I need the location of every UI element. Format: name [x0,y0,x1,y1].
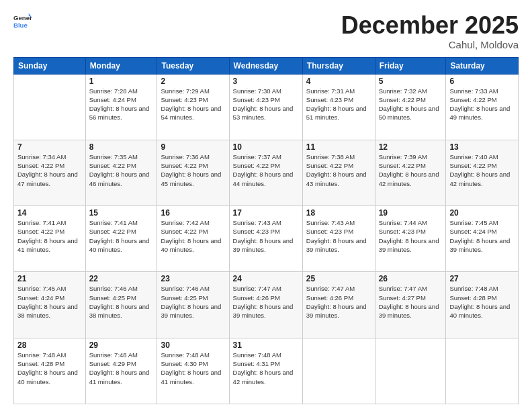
calendar-table: Sunday Monday Tuesday Wednesday Thursday… [13,57,519,404]
calendar-cell [446,338,519,404]
cell-detail: Sunrise: 7:28 AMSunset: 4:24 PMDaylight:… [89,87,154,122]
cell-detail: Sunrise: 7:40 AMSunset: 4:22 PMDaylight:… [449,152,515,188]
cell-detail: Sunrise: 7:48 AMSunset: 4:28 PMDaylight:… [449,284,515,320]
cell-detail: Sunrise: 7:47 AMSunset: 4:26 PMDaylight:… [306,284,371,320]
day-number: 2 [161,77,225,86]
day-number: 25 [306,274,371,283]
calendar-cell: 29Sunrise: 7:48 AMSunset: 4:29 PMDayligh… [85,338,157,404]
calendar-cell: 1Sunrise: 7:28 AMSunset: 4:24 PMDaylight… [85,74,157,140]
day-number: 4 [306,77,371,86]
cell-detail: Sunrise: 7:29 AMSunset: 4:23 PMDaylight:… [161,87,225,122]
cell-detail: Sunrise: 7:41 AMSunset: 4:22 PMDaylight:… [89,218,154,254]
logo: General Blue [13,12,32,31]
svg-text:Blue: Blue [13,21,28,29]
week-row-0: 1Sunrise: 7:28 AMSunset: 4:24 PMDaylight… [14,74,519,140]
day-number: 28 [17,340,82,350]
header-row: Sunday Monday Tuesday Wednesday Thursday… [14,57,519,74]
cell-detail: Sunrise: 7:38 AMSunset: 4:22 PMDaylight:… [306,152,371,188]
calendar-cell: 3Sunrise: 7:30 AMSunset: 4:23 PMDaylight… [229,74,302,140]
col-wednesday: Wednesday [229,57,302,74]
cell-detail: Sunrise: 7:46 AMSunset: 4:25 PMDaylight:… [89,284,154,320]
week-row-1: 7Sunrise: 7:34 AMSunset: 4:22 PMDaylight… [14,140,519,205]
calendar-cell: 19Sunrise: 7:44 AMSunset: 4:23 PMDayligh… [375,206,446,272]
cell-detail: Sunrise: 7:36 AMSunset: 4:22 PMDaylight:… [161,152,225,188]
col-monday: Monday [85,57,157,74]
day-number: 6 [449,77,515,86]
cell-detail: Sunrise: 7:43 AMSunset: 4:23 PMDaylight:… [233,218,299,254]
day-number: 3 [233,77,299,86]
day-number: 7 [17,142,82,152]
day-number: 8 [89,142,154,152]
cell-detail: Sunrise: 7:47 AMSunset: 4:26 PMDaylight:… [233,284,299,320]
day-number: 31 [233,340,299,350]
day-number: 14 [17,208,82,218]
calendar-cell: 27Sunrise: 7:48 AMSunset: 4:28 PMDayligh… [446,272,519,338]
day-number: 22 [89,274,154,283]
calendar-cell: 9Sunrise: 7:36 AMSunset: 4:22 PMDaylight… [157,140,229,205]
cell-detail: Sunrise: 7:30 AMSunset: 4:23 PMDaylight:… [233,87,299,122]
calendar-cell: 17Sunrise: 7:43 AMSunset: 4:23 PMDayligh… [229,206,302,272]
calendar-cell: 16Sunrise: 7:42 AMSunset: 4:22 PMDayligh… [157,206,229,272]
day-number: 30 [161,340,225,350]
col-thursday: Thursday [302,57,375,74]
day-number: 27 [449,274,515,283]
day-number: 13 [449,142,515,152]
day-number: 12 [379,142,443,152]
calendar-cell: 22Sunrise: 7:46 AMSunset: 4:25 PMDayligh… [85,272,157,338]
calendar-cell: 31Sunrise: 7:48 AMSunset: 4:31 PMDayligh… [229,338,302,404]
day-number: 15 [89,208,154,218]
day-number: 19 [379,208,443,218]
page: General Blue December 2025 Cahul, Moldov… [0,0,532,411]
calendar-cell: 13Sunrise: 7:40 AMSunset: 4:22 PMDayligh… [446,140,519,205]
cell-detail: Sunrise: 7:42 AMSunset: 4:22 PMDaylight:… [161,218,225,254]
cell-detail: Sunrise: 7:47 AMSunset: 4:27 PMDaylight:… [379,284,443,320]
day-number: 11 [306,142,371,152]
day-number: 18 [306,208,371,218]
day-number: 1 [89,77,154,86]
cell-detail: Sunrise: 7:48 AMSunset: 4:29 PMDaylight:… [89,351,154,386]
col-saturday: Saturday [446,57,519,74]
day-number: 5 [379,77,443,86]
calendar-cell: 28Sunrise: 7:48 AMSunset: 4:28 PMDayligh… [14,338,86,404]
cell-detail: Sunrise: 7:37 AMSunset: 4:22 PMDaylight:… [233,152,299,188]
cell-detail: Sunrise: 7:33 AMSunset: 4:22 PMDaylight:… [449,87,515,122]
title-block: December 2025 Cahul, Moldova [341,12,519,50]
cell-detail: Sunrise: 7:32 AMSunset: 4:22 PMDaylight:… [379,87,443,122]
week-row-4: 28Sunrise: 7:48 AMSunset: 4:28 PMDayligh… [14,338,519,404]
calendar-cell: 18Sunrise: 7:43 AMSunset: 4:23 PMDayligh… [302,206,375,272]
calendar-cell: 20Sunrise: 7:45 AMSunset: 4:24 PMDayligh… [446,206,519,272]
day-number: 16 [161,208,225,218]
week-row-2: 14Sunrise: 7:41 AMSunset: 4:22 PMDayligh… [14,206,519,272]
cell-detail: Sunrise: 7:31 AMSunset: 4:23 PMDaylight:… [306,87,371,122]
cell-detail: Sunrise: 7:48 AMSunset: 4:28 PMDaylight:… [17,351,82,386]
calendar-cell: 11Sunrise: 7:38 AMSunset: 4:22 PMDayligh… [302,140,375,205]
cell-detail: Sunrise: 7:34 AMSunset: 4:22 PMDaylight:… [17,152,82,188]
cell-detail: Sunrise: 7:44 AMSunset: 4:23 PMDaylight:… [379,218,443,254]
cell-detail: Sunrise: 7:48 AMSunset: 4:31 PMDaylight:… [233,351,299,386]
cell-detail: Sunrise: 7:45 AMSunset: 4:24 PMDaylight:… [449,218,515,254]
cell-detail: Sunrise: 7:41 AMSunset: 4:22 PMDaylight:… [17,218,82,254]
day-number: 21 [17,274,82,283]
calendar-cell: 25Sunrise: 7:47 AMSunset: 4:26 PMDayligh… [302,272,375,338]
week-row-3: 21Sunrise: 7:45 AMSunset: 4:24 PMDayligh… [14,272,519,338]
calendar-cell: 14Sunrise: 7:41 AMSunset: 4:22 PMDayligh… [14,206,86,272]
calendar-cell [14,74,86,140]
calendar-cell: 26Sunrise: 7:47 AMSunset: 4:27 PMDayligh… [375,272,446,338]
day-number: 17 [233,208,299,218]
logo-icon: General Blue [13,12,32,31]
calendar-cell: 10Sunrise: 7:37 AMSunset: 4:22 PMDayligh… [229,140,302,205]
location: Cahul, Moldova [341,39,519,50]
calendar-cell: 21Sunrise: 7:45 AMSunset: 4:24 PMDayligh… [14,272,86,338]
cell-detail: Sunrise: 7:39 AMSunset: 4:22 PMDaylight:… [379,152,443,188]
header: General Blue December 2025 Cahul, Moldov… [13,12,519,50]
calendar-cell: 15Sunrise: 7:41 AMSunset: 4:22 PMDayligh… [85,206,157,272]
day-number: 20 [449,208,515,218]
day-number: 23 [161,274,225,283]
cell-detail: Sunrise: 7:46 AMSunset: 4:25 PMDaylight:… [161,284,225,320]
col-sunday: Sunday [14,57,86,74]
day-number: 26 [379,274,443,283]
cell-detail: Sunrise: 7:48 AMSunset: 4:30 PMDaylight:… [161,351,225,386]
col-friday: Friday [375,57,446,74]
col-tuesday: Tuesday [157,57,229,74]
cell-detail: Sunrise: 7:45 AMSunset: 4:24 PMDaylight:… [17,284,82,320]
